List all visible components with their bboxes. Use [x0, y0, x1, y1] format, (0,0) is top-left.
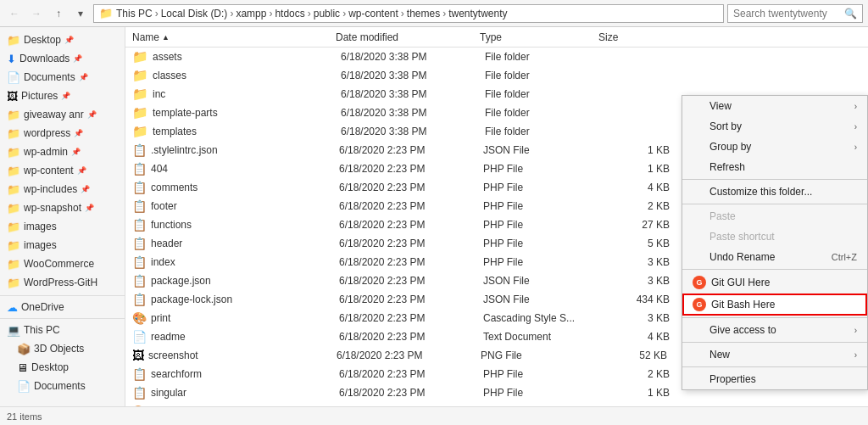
- file-type: PNG File: [481, 350, 599, 361]
- sidebar-item-desktop[interactable]: 📁 Desktop 📌: [0, 31, 125, 49]
- folder-icon: 📁: [7, 221, 20, 233]
- file-name: searchform: [151, 368, 339, 380]
- file-type: PHP File: [483, 182, 602, 193]
- file-date: 6/18/2020 2:23 PM: [339, 331, 483, 343]
- file-name: index: [151, 256, 339, 268]
- context-menu-item-undo-rename[interactable]: Undo Rename Ctrl+Z: [682, 247, 867, 267]
- folder-icon: 📁: [7, 146, 20, 159]
- file-type: PHP File: [483, 219, 602, 231]
- sidebar-item-this-pc[interactable]: 💻 This PC: [0, 321, 125, 339]
- file-type: PHP File: [483, 256, 602, 268]
- sidebar-item-wordpress-git[interactable]: 📁 WordPress-GitH: [0, 273, 125, 292]
- sidebar-item-images1[interactable]: 📁 images: [0, 217, 125, 236]
- file-date: 6/18/2020 2:23 PM: [339, 144, 483, 156]
- col-size-header[interactable]: Size: [598, 31, 666, 43]
- col-date-header[interactable]: Date modified: [336, 31, 480, 43]
- context-menu-separator: [682, 342, 867, 343]
- shortcut-label: Ctrl+Z: [832, 252, 857, 262]
- sidebar-item-wordpress[interactable]: 📁 wordpress 📌: [0, 124, 125, 143]
- sidebar-item-pictures[interactable]: 🖼 Pictures 📌: [0, 87, 125, 105]
- file-icon: 🖼: [132, 349, 144, 362]
- file-icon: 📋: [132, 255, 147, 269]
- sidebar-item-wp-content[interactable]: 📁 wp-content 📌: [0, 161, 125, 180]
- file-size: 5 KB: [602, 238, 670, 249]
- address-bar[interactable]: 📁 This PC › Local Disk (D:) › xampp › ht…: [93, 4, 724, 23]
- context-menu-item-refresh[interactable]: Refresh: [682, 157, 867, 177]
- file-name: assets: [153, 51, 341, 63]
- sidebar-item-downloads[interactable]: ⬇ Downloads 📌: [0, 49, 125, 68]
- folder-icon: 📁: [7, 127, 20, 140]
- file-name: inc: [153, 88, 341, 100]
- context-menu-label: Group by: [709, 141, 751, 153]
- file-size: 1 KB: [602, 163, 670, 175]
- sidebar-item-images2[interactable]: 📁 images: [0, 236, 125, 254]
- sidebar-item-documents2[interactable]: 📄 Documents: [0, 377, 125, 395]
- context-menu-item-group-by[interactable]: Group by ›: [682, 137, 867, 157]
- file-icon: 🎨: [132, 311, 147, 325]
- folder-icon: 📁: [7, 239, 20, 252]
- file-type: File folder: [485, 51, 604, 63]
- file-size: 2 KB: [602, 368, 670, 380]
- status-text: 21 items: [7, 411, 42, 422]
- file-icon: 📁: [132, 87, 148, 102]
- search-input[interactable]: [733, 8, 841, 20]
- folder-icon: 📁: [7, 277, 20, 289]
- file-type: PHP File: [483, 368, 602, 380]
- file-type: PHP File: [483, 163, 602, 175]
- file-icon: 📁: [132, 124, 148, 139]
- search-bar[interactable]: 🔍: [727, 4, 863, 23]
- back-button[interactable]: ←: [5, 4, 24, 23]
- file-type: PHP File: [483, 387, 602, 399]
- context-menu-item-give-access[interactable]: Give access to ›: [682, 320, 867, 340]
- submenu-arrow-icon: ›: [854, 326, 857, 335]
- file-date: 6/18/2020 3:38 PM: [341, 126, 485, 137]
- sidebar-item-desktop2[interactable]: 🖥 Desktop: [0, 358, 125, 377]
- sidebar-item-3d-objects[interactable]: 📦 3D Objects: [0, 339, 125, 358]
- context-menu-item-properties[interactable]: Properties: [682, 369, 867, 389]
- sidebar-item-wp-includes[interactable]: 📁 wp-includes 📌: [0, 180, 125, 199]
- file-size: 116 KB: [602, 405, 670, 406]
- file-date: 6/18/2020 2:23 PM: [339, 405, 483, 406]
- forward-button[interactable]: →: [27, 4, 46, 23]
- context-menu-label: Customize this folder...: [709, 186, 812, 198]
- file-icon: 🎨: [132, 405, 147, 406]
- file-name: footer: [151, 200, 339, 212]
- file-size: 4 KB: [602, 182, 670, 193]
- context-menu-item-git-gui[interactable]: GGit GUI Here: [682, 271, 867, 294]
- sidebar-item-giveaway[interactable]: 📁 giveaway anr 📌: [0, 105, 125, 124]
- folder-icon: 📁: [7, 258, 20, 271]
- sidebar-item-documents[interactable]: 📄 Documents 📌: [0, 68, 125, 87]
- file-row[interactable]: 📁 classes 6/18/2020 3:38 PM File folder: [125, 66, 868, 85]
- file-size: 52 KB: [599, 350, 667, 361]
- up-button[interactable]: ↑: [49, 4, 68, 23]
- file-date: 6/18/2020 2:23 PM: [339, 275, 483, 287]
- folder-icon: 📁: [7, 109, 20, 121]
- sidebar: 📁 Desktop 📌 ⬇ Downloads 📌 📄 Documents 📌 …: [0, 27, 125, 406]
- recent-button[interactable]: ▾: [71, 4, 90, 23]
- context-menu-item-view[interactable]: View ›: [682, 96, 867, 116]
- context-menu-separator: [682, 366, 867, 367]
- file-date: 6/18/2020 2:23 PM: [339, 256, 483, 268]
- file-row[interactable]: 📁 assets 6/18/2020 3:38 PM File folder: [125, 48, 868, 66]
- col-name-header[interactable]: Name ▲: [132, 31, 336, 43]
- context-menu-item-new[interactable]: New ›: [682, 344, 867, 365]
- context-menu-item-customize[interactable]: Customize this folder...: [682, 182, 867, 202]
- sidebar-item-woocommerce[interactable]: 📁 WooCommerce: [0, 254, 125, 273]
- git-icon: G: [693, 276, 706, 289]
- file-icon: 📋: [132, 199, 147, 213]
- context-menu-separator: [682, 269, 867, 270]
- file-type: File folder: [485, 88, 604, 100]
- file-row[interactable]: 🎨 style 6/18/2020 2:23 PM Cascading Styl…: [125, 402, 868, 406]
- 3d-icon: 📦: [17, 343, 31, 355]
- context-menu-item-sort-by[interactable]: Sort by ›: [682, 116, 867, 137]
- file-size: 27 KB: [602, 219, 670, 231]
- file-size: 4 KB: [602, 331, 670, 343]
- context-menu-item-git-bash[interactable]: GGit Bash Here: [682, 294, 867, 316]
- pin-icon: 📌: [61, 92, 70, 100]
- sidebar-item-wp-snapshot[interactable]: 📁 wp-snapshot 📌: [0, 199, 125, 217]
- sidebar-item-wp-admin[interactable]: 📁 wp-admin 📌: [0, 143, 125, 161]
- col-type-header[interactable]: Type: [480, 31, 598, 43]
- file-date: 6/18/2020 2:23 PM: [339, 219, 483, 231]
- cloud-icon: ☁: [7, 301, 18, 314]
- sidebar-item-onedrive[interactable]: ☁ OneDrive: [0, 298, 125, 316]
